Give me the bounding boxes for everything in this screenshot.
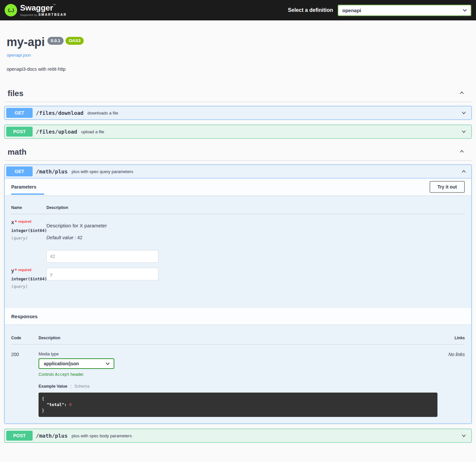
tab-parameters: Parameters	[11, 184, 36, 190]
description-column-header: Description	[46, 205, 465, 210]
operation-summary-text: plus with spec body parameters	[71, 433, 132, 438]
opblock-get-math-plus: GET /math/plus plus with spec query para…	[4, 165, 472, 424]
spec-url-link[interactable]: openapi.json	[7, 53, 31, 58]
response-row-200: 200 Media type application/json	[11, 345, 465, 417]
chevron-down-icon[interactable]	[458, 432, 470, 439]
parameter-location: (query)	[11, 284, 46, 289]
operation-summary-text: upload a file	[81, 129, 104, 134]
parameter-description: Description for X parameter	[46, 223, 465, 228]
api-description: openapi3-docs with reitit-http	[7, 66, 469, 72]
tab-example-value[interactable]: Example Value	[39, 384, 71, 389]
select-definition-label: Select a definition	[288, 7, 333, 13]
opblock-post-files-upload: POST /files/upload upload a file	[4, 125, 472, 139]
collapse-section-button[interactable]	[455, 147, 468, 157]
swagger-logo[interactable]: {…} Swagger™ Supported bySMARTBEAR	[5, 4, 67, 16]
operation-summary-text: downloads a file	[88, 111, 118, 116]
chevron-down-icon[interactable]	[458, 110, 470, 116]
topbar: {…} Swagger™ Supported bySMARTBEAR Selec…	[0, 0, 476, 20]
tag-title: files	[8, 89, 23, 98]
tag-title: math	[8, 147, 26, 157]
parameter-type: integer($int64)	[11, 228, 46, 233]
operation-path-link[interactable]: /math/plus	[36, 168, 68, 175]
parameter-x-input[interactable]	[46, 250, 158, 263]
method-badge-post: POST	[6, 431, 33, 441]
collapse-section-button[interactable]	[455, 88, 468, 98]
description-column-header: Description	[39, 336, 437, 340]
parameters-section-header: Parameters Try it out	[5, 178, 471, 195]
opblock-post-math-plus: POST /math/plus plus with spec body para…	[4, 429, 472, 443]
version-badge: 0.0.1	[47, 37, 64, 45]
required-asterisk: *	[15, 219, 17, 225]
responses-container: Code Description Links 200 Media type ap…	[5, 324, 471, 424]
parameter-type: integer($int64)	[11, 277, 46, 281]
tag-section-files: files GET /files/download downloads a fi…	[4, 85, 472, 139]
parameter-name: y*required	[11, 268, 46, 274]
operation-summary[interactable]: GET /math/plus plus with spec query para…	[5, 165, 471, 178]
chevron-up-icon[interactable]	[458, 168, 470, 175]
parameter-y-input[interactable]	[46, 268, 158, 280]
response-links: No links	[437, 352, 465, 417]
parameter-row-y: y*required integer($int64) (query)	[11, 263, 465, 289]
required-label: required	[18, 268, 31, 272]
try-it-out-button[interactable]: Try it out	[430, 181, 465, 193]
model-example-tabs: Example Value Schema	[39, 384, 437, 389]
required-label: required	[18, 220, 31, 223]
tag-section-math: math GET /math/plus plus with spec query…	[4, 143, 472, 443]
responses-table-header: Code Description Links	[11, 331, 465, 345]
swagger-logo-text: Swagger™	[20, 4, 67, 12]
response-code: 200	[11, 352, 39, 417]
responses-section-header: Responses	[5, 308, 471, 324]
definition-selector: Select a definition openapi	[288, 5, 471, 16]
parameters-container: Name Description x*required integer($int…	[5, 195, 471, 308]
swagger-logo-icon: {…}	[5, 4, 17, 16]
links-column-header: Links	[437, 336, 465, 340]
operation-path-link[interactable]: /files/upload	[36, 129, 77, 135]
media-type-label: Media type	[39, 352, 437, 356]
method-badge-post: POST	[6, 127, 33, 137]
operation-summary[interactable]: GET /files/download downloads a file	[5, 106, 471, 119]
method-badge-get: GET	[6, 108, 33, 118]
parameter-location: (query)	[11, 236, 46, 241]
tag-header-math[interactable]: math	[4, 143, 472, 161]
parameters-table-header: Name Description	[11, 203, 465, 214]
definition-select[interactable]: openapi	[338, 5, 471, 16]
code-column-header: Code	[11, 336, 39, 340]
tab-schema[interactable]: Schema	[71, 384, 90, 389]
operation-summary-text: plus with spec query parameters	[71, 169, 133, 174]
method-badge-get: GET	[6, 167, 33, 176]
oas3-badge: OAS3	[66, 37, 84, 45]
trademark-mark: ™	[53, 4, 56, 7]
parameter-row-x: x*required integer($int64) (query) Descr…	[11, 214, 465, 263]
chevron-up-icon	[459, 148, 465, 156]
operation-path-link[interactable]: /files/download	[36, 110, 84, 116]
page-title: my-api 0.0.1 OAS3	[7, 36, 469, 48]
operation-path-link[interactable]: /math/plus	[36, 433, 68, 439]
example-value-code-block: { "total": 0 }	[39, 393, 437, 417]
controls-accept-header-note: Controls Accept header.	[39, 372, 437, 377]
smartbear-tagline: Supported bySMARTBEAR	[20, 13, 67, 16]
required-asterisk: *	[15, 268, 17, 273]
operation-summary[interactable]: POST /files/upload upload a file	[5, 125, 471, 138]
parameter-default-value: Default value : 42	[46, 235, 465, 240]
tag-header-files[interactable]: files	[4, 85, 472, 102]
parameter-name: x*required	[11, 219, 46, 225]
responses-title: Responses	[11, 314, 38, 319]
name-column-header: Name	[11, 205, 46, 210]
chevron-up-icon	[459, 90, 465, 97]
chevron-down-icon[interactable]	[458, 128, 470, 135]
api-info: my-api 0.0.1 OAS3 openapi.json openapi3-…	[7, 36, 469, 72]
opblock-get-files-download: GET /files/download downloads a file	[4, 106, 472, 120]
media-type-select[interactable]: application/json	[39, 358, 114, 369]
operation-summary[interactable]: POST /math/plus plus with spec body para…	[5, 429, 471, 442]
